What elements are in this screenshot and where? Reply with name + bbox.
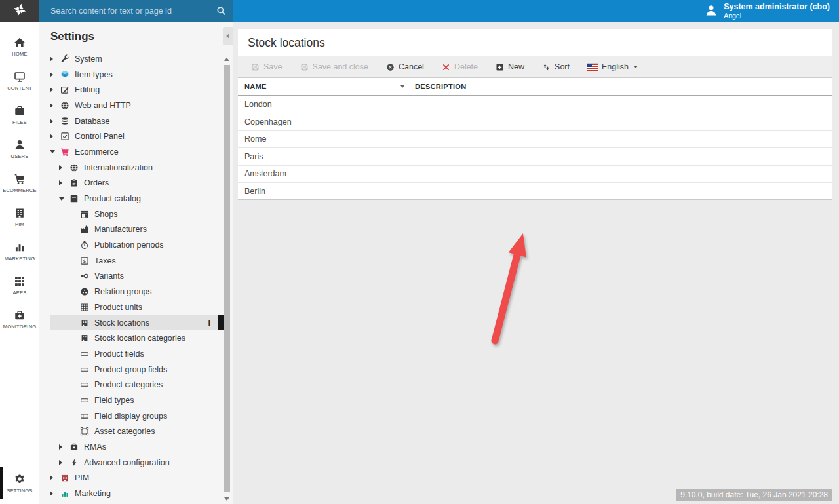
table-row[interactable]: London — [238, 96, 832, 113]
table-row[interactable]: Paris — [238, 147, 832, 165]
rail-item-pim[interactable]: PIM — [0, 200, 39, 234]
tree-item-pim[interactable]: PIM — [50, 471, 218, 486]
rail-item-marketing[interactable]: MARKETING — [0, 234, 39, 268]
cancel-button[interactable]: Cancel — [386, 62, 424, 71]
sort-button[interactable]: Sort — [542, 62, 570, 71]
barchart-icon — [14, 241, 26, 253]
archive-box-icon — [69, 194, 79, 203]
warehouse-icon — [80, 319, 89, 328]
scroll-up-icon[interactable] — [224, 58, 229, 61]
asset-frame-icon — [80, 427, 89, 436]
tree-item-field-display-groups[interactable]: Field display groups — [50, 408, 218, 424]
column-header-name[interactable]: NAME — [238, 83, 408, 90]
expander-icon[interactable] — [50, 72, 59, 77]
tree-item-variants[interactable]: Variants — [50, 269, 218, 284]
field-icon — [80, 365, 89, 374]
topbar-main: System administrator (cbo) Angel — [233, 0, 839, 22]
tree-item-item-types[interactable]: Item types — [50, 67, 218, 83]
user-menu[interactable]: System administrator (cbo) Angel — [705, 2, 830, 20]
tree-item-asset-categories[interactable]: Asset categories — [50, 424, 218, 440]
rail-item-content[interactable]: CONTENT — [0, 64, 39, 98]
save-and-close-button[interactable]: Save and close — [300, 62, 368, 71]
tree-item-stock-location-categories[interactable]: Stock location categories — [50, 330, 218, 346]
scroll-down-icon[interactable] — [224, 497, 229, 501]
tree-item-ecommerce[interactable]: Ecommerce — [50, 144, 218, 160]
rail-item-ecommerce[interactable]: ECOMMERCE — [0, 166, 39, 200]
tree-item-system[interactable]: System — [50, 51, 218, 67]
panel-collapse-handle[interactable] — [223, 27, 233, 45]
tree-item-product-fields[interactable]: Product fields — [50, 346, 218, 362]
rail-item-users[interactable]: USERS — [0, 132, 39, 166]
table-header: NAMEDESCRIPTION — [238, 78, 832, 96]
expander-icon[interactable] — [50, 134, 59, 139]
tree-item-product-group-fields[interactable]: Product group fields — [50, 362, 218, 378]
tree-item-manufacturers[interactable]: Manufacturers — [50, 222, 218, 238]
table-row[interactable]: Rome — [238, 130, 832, 147]
tree-scrollbar — [223, 56, 231, 503]
new-button[interactable]: New — [496, 62, 524, 71]
tax-icon: $ — [80, 256, 89, 265]
tree-item-shops[interactable]: Shops — [50, 206, 218, 222]
global-search — [39, 0, 233, 22]
expander-icon[interactable] — [50, 56, 59, 62]
table-row[interactable]: Copenhagen — [238, 113, 832, 130]
rail-item-home[interactable]: HOME — [0, 29, 39, 64]
search-input[interactable] — [50, 7, 216, 16]
tree-item-database[interactable]: Database — [50, 113, 218, 129]
field-icon — [80, 349, 89, 359]
expander-icon[interactable] — [50, 87, 59, 92]
medkit-icon — [14, 309, 26, 321]
globe-icon — [60, 101, 69, 110]
variants-icon — [80, 271, 89, 281]
database-icon — [60, 117, 69, 126]
expander-icon[interactable] — [50, 150, 59, 153]
tree-item-product-catalog[interactable]: Product catalog — [50, 191, 218, 206]
delete-icon — [442, 63, 450, 71]
tree-item-field-types[interactable]: Field types — [50, 393, 218, 408]
expander-icon[interactable] — [59, 165, 68, 170]
expander-icon[interactable] — [50, 119, 59, 124]
grid-icon — [80, 303, 89, 312]
search-icon[interactable] — [216, 6, 226, 16]
tree-item-publication-periods[interactable]: Publication periods — [50, 237, 218, 253]
expander-icon[interactable] — [50, 491, 59, 496]
tree-item-stock-locations[interactable]: Stock locations⋮ — [50, 315, 218, 331]
expander-icon[interactable] — [50, 103, 59, 108]
app-logo[interactable] — [0, 0, 39, 22]
tree-item-product-categories[interactable]: Product categories — [50, 377, 218, 393]
tree-item-marketing[interactable]: Marketing — [50, 486, 218, 501]
tree-item-editing[interactable]: Editing — [50, 82, 218, 98]
expander-icon[interactable] — [59, 444, 68, 450]
table-row[interactable]: Berlin — [238, 182, 832, 199]
stopwatch-icon — [80, 241, 89, 250]
tree-item-taxes[interactable]: $Taxes — [50, 253, 218, 269]
language-button[interactable]: English — [587, 62, 638, 71]
rail-item-monitoring[interactable]: MONITORING — [0, 302, 39, 336]
expander-icon[interactable] — [59, 197, 68, 201]
stock-locations-card: Stock locations SaveSave and closeCancel… — [238, 29, 832, 200]
rail-item-files[interactable]: FILES — [0, 98, 39, 132]
tree-item-control-panel[interactable]: Control Panel — [50, 128, 218, 144]
tree-item-rmas[interactable]: RMAs — [50, 439, 218, 455]
expander-icon[interactable] — [50, 475, 59, 480]
rail-item-apps[interactable]: APPS — [0, 268, 39, 302]
red-arrow-annotation — [488, 228, 534, 349]
cart-icon — [60, 147, 69, 157]
tree-item-relation-groups[interactable]: Relation groups — [50, 284, 218, 300]
tree-item-orders[interactable]: Orders — [50, 176, 218, 191]
delete-button[interactable]: Delete — [442, 62, 478, 71]
kebab-menu-icon[interactable]: ⋮ — [206, 319, 219, 328]
table-row[interactable]: Amsterdam — [238, 165, 832, 182]
expander-icon[interactable] — [59, 460, 68, 465]
tree-item-advanced-configuration[interactable]: Advanced configuration — [50, 455, 218, 471]
scrollbar-thumb[interactable] — [224, 65, 230, 492]
save-button[interactable]: Save — [251, 62, 283, 71]
expander-icon[interactable] — [59, 180, 68, 185]
column-menu-caret-icon[interactable] — [400, 85, 404, 88]
barchart-icon — [60, 489, 69, 498]
column-header-description[interactable]: DESCRIPTION — [408, 83, 466, 90]
tree-item-internationalization[interactable]: Internationalization — [50, 160, 218, 176]
tree-item-web-and-http[interactable]: Web and HTTP — [50, 98, 218, 113]
tree-item-product-units[interactable]: Product units — [50, 300, 218, 315]
rail-item-settings[interactable]: SETTINGS — [0, 466, 39, 500]
